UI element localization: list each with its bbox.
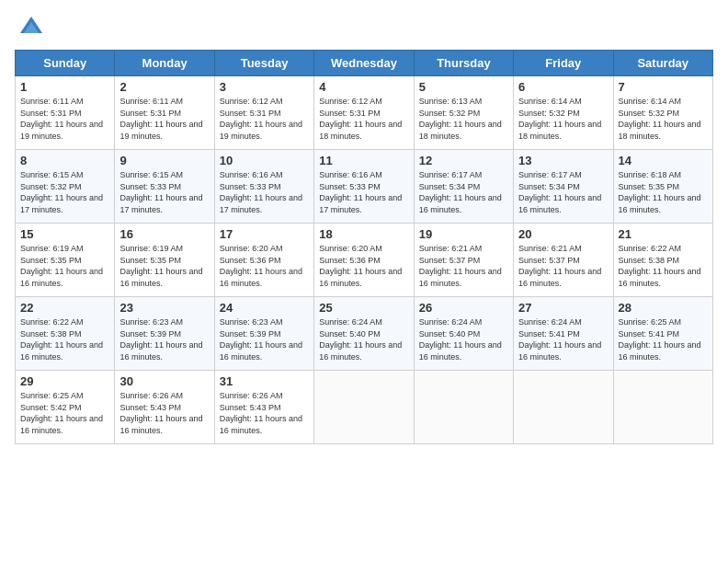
cell-info: Sunrise: 6:20 AMSunset: 5:36 PMDaylight:… [220, 243, 309, 289]
logo-icon [18, 15, 44, 40]
calendar-cell: 28Sunrise: 6:25 AMSunset: 5:41 PMDayligh… [613, 297, 712, 371]
calendar-cell: 19Sunrise: 6:21 AMSunset: 5:37 PMDayligh… [414, 224, 513, 297]
day-number: 31 [220, 374, 309, 388]
calendar-cell: 18Sunrise: 6:20 AMSunset: 5:36 PMDayligh… [314, 224, 414, 297]
cell-info: Sunrise: 6:24 AMSunset: 5:40 PMDaylight:… [319, 316, 408, 362]
calendar-cell: 27Sunrise: 6:24 AMSunset: 5:41 PMDayligh… [514, 297, 613, 371]
calendar-cell: 26Sunrise: 6:24 AMSunset: 5:40 PMDayligh… [414, 297, 513, 371]
cell-info: Sunrise: 6:19 AMSunset: 5:35 PMDaylight:… [119, 243, 209, 289]
calendar-cell [414, 371, 513, 444]
day-number: 22 [20, 301, 109, 315]
calendar-cell: 5Sunrise: 6:13 AMSunset: 5:32 PMDaylight… [414, 76, 513, 150]
cell-info: Sunrise: 6:11 AMSunset: 5:31 PMDaylight:… [119, 96, 209, 142]
calendar-cell: 17Sunrise: 6:20 AMSunset: 5:36 PMDayligh… [214, 224, 313, 297]
calendar-header-saturday: Saturday [613, 51, 712, 76]
calendar-header-monday: Monday [115, 51, 214, 76]
day-number: 4 [319, 80, 408, 94]
day-number: 12 [419, 154, 508, 167]
calendar-cell: 21Sunrise: 6:22 AMSunset: 5:38 PMDayligh… [613, 224, 712, 297]
cell-info: Sunrise: 6:18 AMSunset: 5:35 PMDaylight:… [619, 169, 708, 215]
calendar-header-row: SundayMondayTuesdayWednesdayThursdayFrid… [16, 51, 713, 76]
day-number: 6 [518, 80, 608, 94]
cell-info: Sunrise: 6:17 AMSunset: 5:34 PMDaylight:… [518, 169, 608, 215]
calendar-header-tuesday: Tuesday [214, 51, 313, 76]
day-number: 26 [419, 301, 508, 315]
day-number: 27 [518, 301, 608, 315]
calendar-cell: 25Sunrise: 6:24 AMSunset: 5:40 PMDayligh… [314, 297, 414, 371]
calendar-cell: 1Sunrise: 6:11 AMSunset: 5:31 PMDaylight… [16, 76, 115, 150]
day-number: 13 [518, 154, 608, 167]
day-number: 17 [220, 227, 309, 241]
day-number: 29 [20, 374, 109, 388]
day-number: 3 [220, 80, 309, 94]
calendar-header-friday: Friday [514, 51, 613, 76]
cell-info: Sunrise: 6:15 AMSunset: 5:33 PMDaylight:… [119, 169, 209, 215]
day-number: 24 [220, 301, 309, 315]
calendar-cell: 14Sunrise: 6:18 AMSunset: 5:35 PMDayligh… [613, 150, 712, 224]
calendar-cell: 4Sunrise: 6:12 AMSunset: 5:31 PMDaylight… [314, 76, 414, 150]
calendar-cell: 11Sunrise: 6:16 AMSunset: 5:33 PMDayligh… [314, 150, 414, 224]
cell-info: Sunrise: 6:24 AMSunset: 5:41 PMDaylight:… [518, 316, 608, 362]
cell-info: Sunrise: 6:25 AMSunset: 5:41 PMDaylight:… [619, 316, 708, 362]
page-header [15, 15, 713, 40]
cell-info: Sunrise: 6:20 AMSunset: 5:36 PMDaylight:… [319, 243, 408, 289]
day-number: 18 [319, 227, 408, 241]
cell-info: Sunrise: 6:14 AMSunset: 5:32 PMDaylight:… [518, 96, 608, 142]
calendar-week-5: 29Sunrise: 6:25 AMSunset: 5:42 PMDayligh… [16, 371, 713, 444]
calendar-header-wednesday: Wednesday [314, 51, 414, 76]
calendar-table: SundayMondayTuesdayWednesdayThursdayFrid… [15, 50, 713, 444]
day-number: 14 [619, 154, 708, 167]
cell-info: Sunrise: 6:22 AMSunset: 5:38 PMDaylight:… [619, 243, 708, 289]
calendar-cell: 16Sunrise: 6:19 AMSunset: 5:35 PMDayligh… [115, 224, 214, 297]
day-number: 15 [20, 227, 109, 241]
day-number: 1 [20, 80, 109, 94]
calendar-cell: 31Sunrise: 6:26 AMSunset: 5:43 PMDayligh… [214, 371, 313, 444]
calendar-cell: 6Sunrise: 6:14 AMSunset: 5:32 PMDaylight… [514, 76, 613, 150]
cell-info: Sunrise: 6:21 AMSunset: 5:37 PMDaylight:… [419, 243, 508, 289]
logo [15, 15, 44, 40]
calendar-cell: 2Sunrise: 6:11 AMSunset: 5:31 PMDaylight… [115, 76, 214, 150]
day-number: 2 [119, 80, 209, 94]
day-number: 8 [20, 154, 109, 167]
cell-info: Sunrise: 6:26 AMSunset: 5:43 PMDaylight:… [119, 390, 209, 436]
cell-info: Sunrise: 6:26 AMSunset: 5:43 PMDaylight:… [220, 390, 309, 436]
cell-info: Sunrise: 6:21 AMSunset: 5:37 PMDaylight:… [518, 243, 608, 289]
calendar-cell: 7Sunrise: 6:14 AMSunset: 5:32 PMDaylight… [613, 76, 712, 150]
cell-info: Sunrise: 6:23 AMSunset: 5:39 PMDaylight:… [220, 316, 309, 362]
calendar-week-3: 15Sunrise: 6:19 AMSunset: 5:35 PMDayligh… [16, 224, 713, 297]
calendar-cell: 8Sunrise: 6:15 AMSunset: 5:32 PMDaylight… [16, 150, 115, 224]
calendar-cell [514, 371, 613, 444]
day-number: 9 [119, 154, 209, 167]
day-number: 10 [220, 154, 309, 167]
day-number: 16 [119, 227, 209, 241]
day-number: 20 [518, 227, 608, 241]
day-number: 30 [119, 374, 209, 388]
cell-info: Sunrise: 6:13 AMSunset: 5:32 PMDaylight:… [419, 96, 508, 142]
calendar-cell [314, 371, 414, 444]
calendar-cell: 20Sunrise: 6:21 AMSunset: 5:37 PMDayligh… [514, 224, 613, 297]
cell-info: Sunrise: 6:25 AMSunset: 5:42 PMDaylight:… [20, 390, 109, 436]
cell-info: Sunrise: 6:17 AMSunset: 5:34 PMDaylight:… [419, 169, 508, 215]
cell-info: Sunrise: 6:12 AMSunset: 5:31 PMDaylight:… [220, 96, 309, 142]
calendar-cell: 22Sunrise: 6:22 AMSunset: 5:38 PMDayligh… [16, 297, 115, 371]
cell-info: Sunrise: 6:16 AMSunset: 5:33 PMDaylight:… [220, 169, 309, 215]
calendar-cell: 30Sunrise: 6:26 AMSunset: 5:43 PMDayligh… [115, 371, 214, 444]
day-number: 21 [619, 227, 708, 241]
cell-info: Sunrise: 6:19 AMSunset: 5:35 PMDaylight:… [20, 243, 109, 289]
calendar-cell: 15Sunrise: 6:19 AMSunset: 5:35 PMDayligh… [16, 224, 115, 297]
calendar-week-2: 8Sunrise: 6:15 AMSunset: 5:32 PMDaylight… [16, 150, 713, 224]
day-number: 11 [319, 154, 408, 167]
day-number: 23 [119, 301, 209, 315]
calendar-cell: 24Sunrise: 6:23 AMSunset: 5:39 PMDayligh… [214, 297, 313, 371]
calendar-cell: 10Sunrise: 6:16 AMSunset: 5:33 PMDayligh… [214, 150, 313, 224]
calendar-week-1: 1Sunrise: 6:11 AMSunset: 5:31 PMDaylight… [16, 76, 713, 150]
calendar-cell [613, 371, 712, 444]
day-number: 7 [619, 80, 708, 94]
calendar-cell: 29Sunrise: 6:25 AMSunset: 5:42 PMDayligh… [16, 371, 115, 444]
calendar-cell: 9Sunrise: 6:15 AMSunset: 5:33 PMDaylight… [115, 150, 214, 224]
cell-info: Sunrise: 6:14 AMSunset: 5:32 PMDaylight:… [619, 96, 708, 142]
cell-info: Sunrise: 6:24 AMSunset: 5:40 PMDaylight:… [419, 316, 508, 362]
cell-info: Sunrise: 6:22 AMSunset: 5:38 PMDaylight:… [20, 316, 109, 362]
calendar-cell: 3Sunrise: 6:12 AMSunset: 5:31 PMDaylight… [214, 76, 313, 150]
cell-info: Sunrise: 6:12 AMSunset: 5:31 PMDaylight:… [319, 96, 408, 142]
